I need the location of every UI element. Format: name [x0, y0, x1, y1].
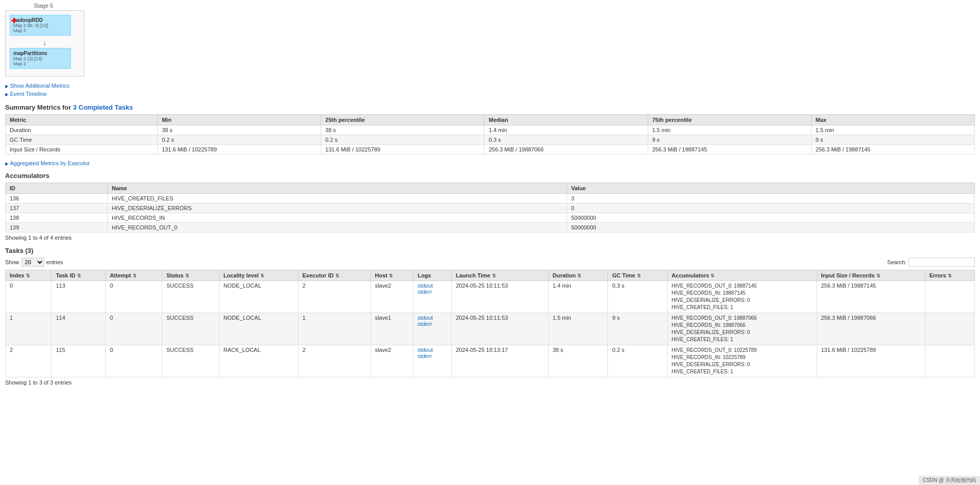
- log-link-stderr[interactable]: stderr: [418, 289, 432, 295]
- task-logs: stdoutstderr: [413, 281, 452, 313]
- sort-icon-status: ⇅: [185, 273, 189, 278]
- task-host: slave2: [371, 281, 413, 313]
- arrow-down-icon: ↓: [10, 39, 80, 47]
- summary-metric: Duration: [6, 125, 158, 135]
- task-col-index[interactable]: Index ⇅: [6, 270, 52, 281]
- task-launch-time: 2024-05-25 10:11:53: [451, 281, 548, 313]
- task-col-taskid[interactable]: Task ID ⇅: [52, 270, 106, 281]
- hadoop-rdd-subtitle2: Map 2: [13, 28, 67, 33]
- acc-id: 137: [6, 203, 108, 213]
- accumulators-title: Accumulators: [5, 172, 975, 180]
- search-label: Search:: [887, 259, 906, 265]
- task-accumulators: HIVE_RECORDS_OUT_0: 19887145HIVE_RECORDS…: [667, 281, 817, 313]
- col-p75: 75th percentile: [648, 115, 811, 125]
- summary-row: Duration 38 s 38 s 1.4 min 1.5 min 1.5 m…: [6, 125, 975, 135]
- sort-icon-acc: ⇅: [710, 273, 715, 278]
- task-col-executor[interactable]: Executor ID ⇅: [298, 270, 371, 281]
- accumulators-table: ID Name Value 136 HIVE_CREATED_FILES 3 1…: [5, 183, 975, 233]
- task-row: 0 113 0 SUCCESS NODE_LOCAL 2 slave2 stdo…: [6, 281, 975, 313]
- acc-value: 50000000: [567, 223, 975, 233]
- task-launch-time: 2024-05-25 10:11:53: [451, 313, 548, 345]
- summary-median: 256.3 MiB / 19887066: [484, 145, 648, 155]
- event-timeline-link[interactable]: Event Timeline: [10, 91, 47, 97]
- task-col-launch[interactable]: Launch Time ⇅: [451, 270, 548, 281]
- summary-metric: Input Size / Records: [6, 145, 158, 155]
- acc-col-name: Name: [108, 183, 567, 194]
- summary-p25: 131.6 MiB / 10225789: [321, 145, 484, 155]
- col-p25: 25th percentile: [321, 115, 484, 125]
- page-container: Stage 5 ✖ hadoopRDD Map 2 (kt. 3) [12] M…: [0, 0, 980, 485]
- tasks-section: Tasks (3) Show 20 50 100 entries Search:…: [0, 244, 980, 389]
- tasks-showing-text: Showing 1 to 3 of 3 entries: [5, 379, 975, 386]
- aggregated-link[interactable]: Aggregated Metrics by Executor: [10, 160, 90, 166]
- task-duration: 1.5 min: [548, 313, 608, 345]
- summary-table: Metric Min 25th percentile Median 75th p…: [5, 114, 975, 155]
- log-link-stderr[interactable]: stderr: [418, 321, 432, 327]
- task-col-errors[interactable]: Errors ⇅: [925, 270, 974, 281]
- show-additional-metrics-link-item[interactable]: Show Additional Metrics: [5, 82, 975, 89]
- task-col-status[interactable]: Status ⇅: [162, 270, 219, 281]
- task-col-host[interactable]: Host ⇅: [371, 270, 413, 281]
- task-logs: stdoutstderr: [413, 345, 452, 377]
- summary-row: GC Time 0.2 s 0.2 s 0.3 s 9 s 9 s: [6, 135, 975, 145]
- acc-col-id: ID: [6, 183, 108, 194]
- task-col-logs: Logs: [413, 270, 452, 281]
- task-col-locality[interactable]: Locality level ⇅: [219, 270, 298, 281]
- summary-p25: 0.2 s: [321, 135, 484, 145]
- task-col-accumulators[interactable]: Accumulators ⇅: [667, 270, 817, 281]
- summary-title-text: Summary Metrics for: [5, 104, 73, 111]
- task-accumulators: HIVE_RECORDS_OUT_0: 19887066HIVE_RECORDS…: [667, 313, 817, 345]
- task-gc-time: 0.2 s: [608, 345, 667, 377]
- acc-name: HIVE_RECORDS_OUT_0: [108, 223, 567, 233]
- tasks-header-row: Index ⇅ Task ID ⇅ Attempt ⇅ Status ⇅ Loc…: [6, 270, 975, 281]
- task-logs: stdoutstderr: [413, 313, 452, 345]
- task-launch-time: 2024-05-25 10:13:17: [451, 345, 548, 377]
- acc-showing-text: Showing 1 to 4 of 4 entries: [5, 235, 975, 241]
- task-id: 115: [52, 345, 106, 377]
- task-executor-id: 1: [298, 313, 371, 345]
- sort-icon-locality: ⇅: [260, 273, 264, 278]
- tasks-controls: Show 20 50 100 entries Search:: [5, 258, 975, 267]
- show-label: Show: [5, 259, 19, 265]
- sort-icon-duration: ⇅: [577, 273, 581, 278]
- log-link-stdout[interactable]: stdout: [418, 347, 433, 353]
- sort-icon-index: ⇅: [26, 273, 30, 278]
- sort-icon-gctime: ⇅: [637, 273, 641, 278]
- summary-p75: 256.3 MiB / 19887145: [648, 145, 811, 155]
- summary-highlight: 3 Completed Tasks: [73, 104, 133, 111]
- task-errors: [925, 345, 974, 377]
- task-col-gctime[interactable]: GC Time ⇅: [608, 270, 667, 281]
- sort-icon-executor: ⇅: [335, 273, 339, 278]
- task-col-duration[interactable]: Duration ⇅: [548, 270, 608, 281]
- summary-p75: 1.5 min: [648, 125, 811, 135]
- col-median: Median: [484, 115, 648, 125]
- task-attempt: 0: [106, 281, 162, 313]
- accumulator-row: 136 HIVE_CREATED_FILES 3: [6, 194, 975, 203]
- task-input-size: 256.3 MiB / 19887145: [817, 281, 925, 313]
- task-col-inputsize[interactable]: Input Size / Records ⇅: [817, 270, 925, 281]
- task-gc-time: 0.3 s: [608, 281, 667, 313]
- sort-icon-launch: ⇅: [492, 273, 496, 278]
- task-duration: 38 s: [548, 345, 608, 377]
- log-link-stdout[interactable]: stdout: [418, 315, 433, 321]
- summary-p75: 9 s: [648, 135, 811, 145]
- entries-select[interactable]: 20 50 100: [21, 258, 44, 267]
- show-additional-metrics-link[interactable]: Show Additional Metrics: [10, 83, 70, 89]
- stage-diagram: Stage 5 ✖ hadoopRDD Map 2 (kt. 3) [12] M…: [0, 0, 980, 79]
- task-status: SUCCESS: [162, 281, 219, 313]
- log-link-stdout[interactable]: stdout: [418, 283, 433, 289]
- accumulators-header-row: ID Name Value: [6, 183, 975, 194]
- col-metric: Metric: [6, 115, 158, 125]
- footer: CSDN @ 月亮给我代码: [919, 476, 980, 485]
- search-box: Search:: [887, 258, 975, 267]
- task-input-size: 131.6 MiB / 10225789: [817, 345, 925, 377]
- acc-name: HIVE_RECORDS_IN: [108, 213, 567, 223]
- event-timeline-link-item[interactable]: Event Timeline: [5, 90, 975, 97]
- sort-icon-errors: ⇅: [948, 273, 952, 278]
- search-input[interactable]: [909, 258, 975, 267]
- log-link-stderr[interactable]: stderr: [418, 353, 432, 359]
- footer-text: CSDN @ 月亮给我代码: [923, 477, 976, 483]
- hadoop-rdd-subtitle1: Map 2 (kt. 3) [12]: [13, 23, 67, 28]
- links-area: Show Additional Metrics Event Timeline: [0, 79, 980, 100]
- task-col-attempt[interactable]: Attempt ⇅: [106, 270, 162, 281]
